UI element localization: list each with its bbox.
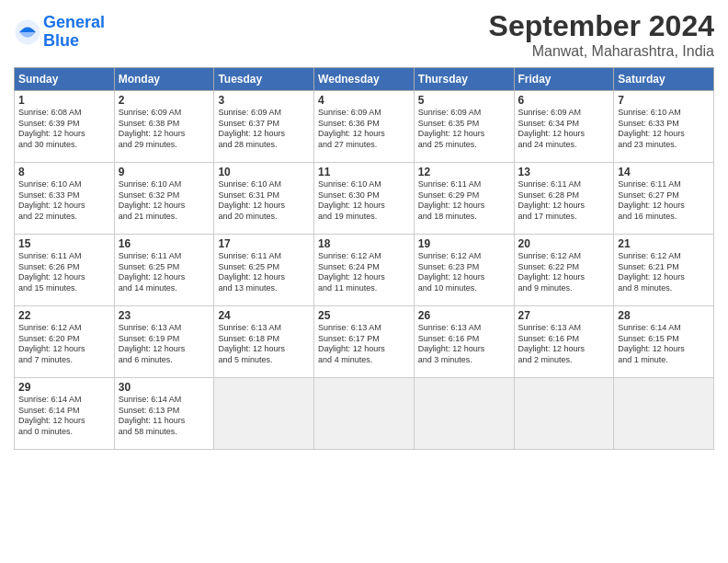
day-number: 20 xyxy=(518,237,610,250)
calendar-week-row: 22Sunrise: 6:12 AM Sunset: 6:20 PM Dayli… xyxy=(15,306,714,378)
header: General Blue September 2024 Manwat, Maha… xyxy=(14,9,714,60)
table-row: 11Sunrise: 6:10 AM Sunset: 6:30 PM Dayli… xyxy=(314,163,415,235)
col-sunday: Sunday xyxy=(15,68,115,91)
logo-icon xyxy=(14,18,41,46)
table-row: 17Sunrise: 6:11 AM Sunset: 6:25 PM Dayli… xyxy=(214,235,314,306)
day-number: 21 xyxy=(618,237,710,250)
day-number: 5 xyxy=(418,94,510,107)
table-row: 18Sunrise: 6:12 AM Sunset: 6:24 PM Dayli… xyxy=(314,235,415,306)
table-row: 29Sunrise: 6:14 AM Sunset: 6:14 PM Dayli… xyxy=(15,378,115,450)
day-info: Sunrise: 6:09 AM Sunset: 6:35 PM Dayligh… xyxy=(418,108,510,151)
table-row: 16Sunrise: 6:11 AM Sunset: 6:25 PM Dayli… xyxy=(114,235,214,306)
calendar-week-row: 8Sunrise: 6:10 AM Sunset: 6:33 PM Daylig… xyxy=(15,163,714,235)
table-row: 20Sunrise: 6:12 AM Sunset: 6:22 PM Dayli… xyxy=(514,235,614,306)
day-info: Sunrise: 6:10 AM Sunset: 6:31 PM Dayligh… xyxy=(218,179,310,223)
day-number: 28 xyxy=(618,309,710,322)
table-row: 15Sunrise: 6:11 AM Sunset: 6:26 PM Dayli… xyxy=(15,235,115,306)
day-number: 1 xyxy=(18,94,110,107)
table-row: 7Sunrise: 6:10 AM Sunset: 6:33 PM Daylig… xyxy=(614,91,714,163)
month-title: September 2024 xyxy=(489,9,714,43)
table-row: 9Sunrise: 6:10 AM Sunset: 6:32 PM Daylig… xyxy=(114,163,214,235)
day-info: Sunrise: 6:14 AM Sunset: 6:14 PM Dayligh… xyxy=(18,395,110,438)
day-number: 12 xyxy=(418,166,510,178)
day-number: 3 xyxy=(218,94,310,107)
day-info: Sunrise: 6:10 AM Sunset: 6:30 PM Dayligh… xyxy=(318,179,410,223)
day-number: 15 xyxy=(18,237,110,250)
day-info: Sunrise: 6:12 AM Sunset: 6:22 PM Dayligh… xyxy=(518,251,610,294)
table-row: 1Sunrise: 6:08 AM Sunset: 6:39 PM Daylig… xyxy=(15,91,115,163)
table-row xyxy=(514,378,614,450)
day-info: Sunrise: 6:11 AM Sunset: 6:29 PM Dayligh… xyxy=(418,179,510,223)
day-info: Sunrise: 6:13 AM Sunset: 6:16 PM Dayligh… xyxy=(418,323,510,366)
day-number: 10 xyxy=(218,166,310,178)
table-row: 13Sunrise: 6:11 AM Sunset: 6:28 PM Dayli… xyxy=(514,163,614,235)
day-number: 19 xyxy=(418,237,510,250)
table-row: 22Sunrise: 6:12 AM Sunset: 6:20 PM Dayli… xyxy=(15,306,115,378)
day-number: 26 xyxy=(418,309,510,322)
table-row xyxy=(214,378,314,450)
day-info: Sunrise: 6:10 AM Sunset: 6:33 PM Dayligh… xyxy=(618,108,710,151)
table-row: 5Sunrise: 6:09 AM Sunset: 6:35 PM Daylig… xyxy=(414,91,514,163)
table-row: 14Sunrise: 6:11 AM Sunset: 6:27 PM Dayli… xyxy=(614,163,714,235)
day-info: Sunrise: 6:12 AM Sunset: 6:21 PM Dayligh… xyxy=(618,251,710,294)
day-number: 30 xyxy=(119,381,210,394)
day-number: 17 xyxy=(218,237,310,250)
table-row: 4Sunrise: 6:09 AM Sunset: 6:36 PM Daylig… xyxy=(314,91,415,163)
day-info: Sunrise: 6:10 AM Sunset: 6:33 PM Dayligh… xyxy=(18,179,110,223)
table-row: 8Sunrise: 6:10 AM Sunset: 6:33 PM Daylig… xyxy=(15,163,115,235)
calendar-week-row: 1Sunrise: 6:08 AM Sunset: 6:39 PM Daylig… xyxy=(15,91,714,163)
calendar-week-row: 15Sunrise: 6:11 AM Sunset: 6:26 PM Dayli… xyxy=(15,235,714,306)
col-tuesday: Tuesday xyxy=(214,68,314,91)
title-area: September 2024 Manwat, Maharashtra, Indi… xyxy=(489,9,714,60)
table-row: 21Sunrise: 6:12 AM Sunset: 6:21 PM Dayli… xyxy=(614,235,714,306)
day-info: Sunrise: 6:09 AM Sunset: 6:36 PM Dayligh… xyxy=(318,108,410,151)
day-number: 16 xyxy=(119,237,210,250)
day-number: 7 xyxy=(618,94,710,107)
location: Manwat, Maharashtra, India xyxy=(489,43,714,60)
table-row: 23Sunrise: 6:13 AM Sunset: 6:19 PM Dayli… xyxy=(114,306,214,378)
day-info: Sunrise: 6:13 AM Sunset: 6:18 PM Dayligh… xyxy=(218,323,310,366)
day-info: Sunrise: 6:11 AM Sunset: 6:28 PM Dayligh… xyxy=(518,179,610,223)
day-info: Sunrise: 6:11 AM Sunset: 6:25 PM Dayligh… xyxy=(218,251,310,294)
day-number: 6 xyxy=(518,94,610,107)
day-number: 13 xyxy=(518,166,610,178)
day-info: Sunrise: 6:12 AM Sunset: 6:20 PM Dayligh… xyxy=(18,323,110,366)
table-row: 30Sunrise: 6:14 AM Sunset: 6:13 PM Dayli… xyxy=(114,378,214,450)
day-info: Sunrise: 6:12 AM Sunset: 6:23 PM Dayligh… xyxy=(418,251,510,294)
logo: General Blue xyxy=(14,14,105,51)
day-number: 11 xyxy=(318,166,410,178)
day-number: 25 xyxy=(318,309,410,322)
table-row: 28Sunrise: 6:14 AM Sunset: 6:15 PM Dayli… xyxy=(614,306,714,378)
col-wednesday: Wednesday xyxy=(314,68,415,91)
table-row: 19Sunrise: 6:12 AM Sunset: 6:23 PM Dayli… xyxy=(414,235,514,306)
calendar-week-row: 29Sunrise: 6:14 AM Sunset: 6:14 PM Dayli… xyxy=(15,378,714,450)
table-row xyxy=(314,378,415,450)
day-info: Sunrise: 6:13 AM Sunset: 6:17 PM Dayligh… xyxy=(318,323,410,366)
day-info: Sunrise: 6:08 AM Sunset: 6:39 PM Dayligh… xyxy=(18,108,110,151)
day-info: Sunrise: 6:11 AM Sunset: 6:27 PM Dayligh… xyxy=(618,179,710,223)
table-row: 25Sunrise: 6:13 AM Sunset: 6:17 PM Dayli… xyxy=(314,306,415,378)
col-saturday: Saturday xyxy=(614,68,714,91)
page-container: General Blue September 2024 Manwat, Maha… xyxy=(0,0,728,454)
day-info: Sunrise: 6:13 AM Sunset: 6:16 PM Dayligh… xyxy=(518,323,610,366)
day-number: 18 xyxy=(318,237,410,250)
day-number: 4 xyxy=(318,94,410,107)
table-row: 26Sunrise: 6:13 AM Sunset: 6:16 PM Dayli… xyxy=(414,306,514,378)
col-thursday: Thursday xyxy=(414,68,514,91)
day-number: 14 xyxy=(618,166,710,178)
table-row: 2Sunrise: 6:09 AM Sunset: 6:38 PM Daylig… xyxy=(114,91,214,163)
day-info: Sunrise: 6:09 AM Sunset: 6:37 PM Dayligh… xyxy=(218,108,310,151)
day-info: Sunrise: 6:10 AM Sunset: 6:32 PM Dayligh… xyxy=(119,179,210,223)
table-row: 10Sunrise: 6:10 AM Sunset: 6:31 PM Dayli… xyxy=(214,163,314,235)
table-row: 3Sunrise: 6:09 AM Sunset: 6:37 PM Daylig… xyxy=(214,91,314,163)
day-info: Sunrise: 6:11 AM Sunset: 6:25 PM Dayligh… xyxy=(119,251,210,294)
day-number: 29 xyxy=(18,381,110,394)
day-info: Sunrise: 6:12 AM Sunset: 6:24 PM Dayligh… xyxy=(318,251,410,294)
table-row xyxy=(414,378,514,450)
day-number: 27 xyxy=(518,309,610,322)
table-row: 27Sunrise: 6:13 AM Sunset: 6:16 PM Dayli… xyxy=(514,306,614,378)
day-info: Sunrise: 6:14 AM Sunset: 6:15 PM Dayligh… xyxy=(618,323,710,366)
day-number: 22 xyxy=(18,309,110,322)
calendar-table: Sunday Monday Tuesday Wednesday Thursday… xyxy=(14,67,714,450)
col-friday: Friday xyxy=(514,68,614,91)
